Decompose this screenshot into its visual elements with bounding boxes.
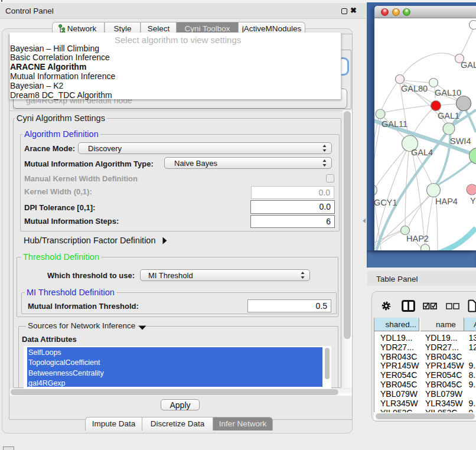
svg-text:HAP2: HAP2: [406, 234, 429, 243]
svg-text:GAL80: GAL80: [401, 84, 428, 93]
svg-text:Y: Y: [470, 196, 476, 206]
svg-text:GAL10: GAL10: [435, 88, 461, 97]
svg-text:GAL4: GAL4: [411, 148, 433, 157]
svg-text:GCY1: GCY1: [374, 198, 397, 207]
svg-text:GAL1: GAL1: [438, 111, 459, 120]
svg-text:HAP4: HAP4: [435, 197, 458, 206]
svg-text:GAL11: GAL11: [382, 119, 407, 129]
svg-text:GAL: GAL: [461, 60, 476, 70]
svg-text:SWI4: SWI4: [450, 136, 471, 146]
